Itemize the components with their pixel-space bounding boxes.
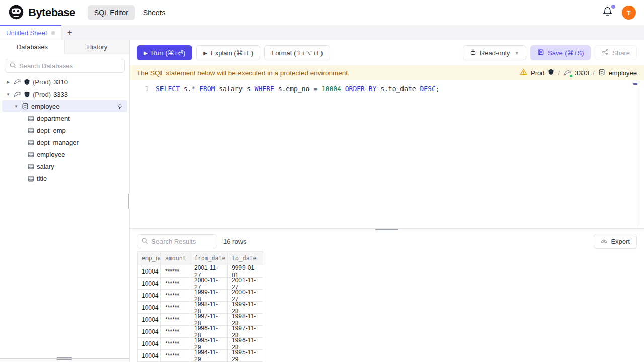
avatar[interactable]: T (622, 6, 636, 20)
brand[interactable]: Bytebase (8, 4, 75, 22)
nav-sheets[interactable]: Sheets (137, 5, 172, 20)
unsaved-indicator (51, 31, 55, 35)
result-cell: 2001-11-27 (190, 265, 228, 277)
result-cell: 2001-11-27 (228, 278, 263, 289)
table-icon (28, 127, 34, 134)
instance-label[interactable]: 3333 (575, 69, 589, 77)
tab-history[interactable]: History (65, 40, 129, 54)
panel-divider[interactable] (130, 228, 644, 231)
bytebase-logo-icon (8, 4, 24, 22)
readonly-mode-button[interactable]: Read-only ▼ (463, 45, 526, 60)
sidebar-database-employee[interactable]: ▼ employee (2, 100, 127, 112)
caret-expanded-icon[interactable]: ▼ (13, 104, 19, 109)
result-row[interactable]: 10004******2000-11-272001-11-27 (137, 278, 263, 290)
nav-sql-editor[interactable]: SQL Editor (88, 5, 135, 20)
save-button[interactable]: Save (⌘+S) (530, 45, 591, 60)
result-cell: 10004 (137, 338, 161, 349)
result-cell: 10004 (137, 350, 161, 361)
explain-button[interactable]: ▶ Explain (⌘+E) (196, 45, 260, 60)
column-header-from_date[interactable]: from_date (190, 252, 228, 265)
result-row[interactable]: 10004******1998-11-281999-11-28 (137, 302, 263, 314)
result-row[interactable]: 10004******1996-11-281997-11-28 (137, 326, 263, 338)
run-button[interactable]: ▶ Run (⌘+⏎) (137, 45, 192, 60)
sidebar-table-employee[interactable]: employee (0, 148, 129, 160)
column-header-amount[interactable]: amount (161, 252, 190, 265)
result-cell: 1995-11-29 (228, 350, 263, 361)
lightning-icon[interactable] (117, 103, 123, 110)
tab-untitled-sheet[interactable]: Untitled Sheet (0, 25, 61, 40)
environment-shield-icon (548, 69, 554, 77)
result-row[interactable]: 10004******2001-11-279999-01-01 (137, 265, 263, 278)
overview-ruler[interactable] (638, 80, 638, 228)
result-cell: 1998-11-28 (190, 302, 228, 313)
caret-collapsed-icon[interactable]: ▶ (5, 80, 11, 84)
environment-shield-icon (24, 79, 30, 85)
sql-statement[interactable]: SELECT s.* FROM salary s WHERE s.emp_no … (149, 84, 440, 94)
mysql-icon (14, 78, 21, 86)
database-label[interactable]: employee (609, 69, 637, 77)
column-header-emp_no[interactable]: emp_no (137, 252, 161, 265)
instance-env-label: (Prod) (33, 78, 51, 86)
result-row[interactable]: 10004******1994-11-291995-11-29 (137, 350, 263, 362)
notifications-button[interactable] (600, 5, 615, 21)
app: Bytebase SQL Editor Sheets T Untitled Sh… (0, 0, 644, 362)
sidebar-table-dept_emp[interactable]: dept_emp (0, 124, 129, 136)
warning-triangle-icon (520, 68, 527, 77)
table-name: dept_manager (37, 139, 79, 146)
results-search[interactable] (137, 234, 217, 248)
tab-databases[interactable]: Databases (0, 40, 65, 54)
bell-icon (602, 11, 613, 19)
table-icon (28, 139, 34, 146)
format-button[interactable]: Format (⇧+⌥+F) (264, 45, 330, 60)
database-icon (22, 103, 29, 110)
result-cell: ****** (161, 326, 190, 337)
sidebar-table-salary[interactable]: salary (0, 160, 129, 172)
result-cell: 1999-11-28 (190, 290, 228, 301)
sql-editor[interactable]: 1 SELECT s.* FROM salary s WHERE s.emp_n… (130, 80, 644, 228)
table-icon (28, 151, 34, 158)
result-cell: 10004 (137, 265, 161, 277)
database-name: employee (31, 103, 59, 110)
result-cell: 10004 (137, 290, 161, 301)
caret-expanded-icon[interactable]: ▼ (5, 92, 11, 97)
sidebar-table-title[interactable]: title (0, 172, 129, 185)
result-row[interactable]: 10004******1999-11-282000-11-27 (137, 290, 263, 302)
column-header-to_date[interactable]: to_date (228, 252, 263, 265)
sidebar-table-department[interactable]: department (0, 112, 129, 124)
share-label: Share (612, 49, 630, 57)
save-icon (537, 49, 544, 57)
table-name: dept_emp (37, 127, 66, 134)
result-cell: ****** (161, 265, 190, 277)
environment-shield-icon (24, 91, 30, 98)
instance-env-label: (Prod) (33, 90, 51, 98)
notification-badge (611, 5, 615, 9)
result-cell: 1996-11-28 (228, 338, 263, 349)
database-search[interactable] (5, 59, 125, 73)
table-list: departmentdept_empdept_manageremployeesa… (0, 112, 129, 185)
table-name: department (37, 115, 70, 122)
environment-label[interactable]: Prod (531, 69, 544, 77)
result-cell: 10004 (137, 314, 161, 325)
code-line[interactable]: 1 SELECT s.* FROM salary s WHERE s.emp_n… (130, 80, 644, 94)
result-row[interactable]: 10004******1995-11-291996-11-28 (137, 338, 263, 350)
brand-name: Bytebase (28, 6, 75, 19)
format-label: Format (⇧+⌥+F) (271, 49, 323, 57)
export-button[interactable]: Export (594, 234, 637, 249)
result-cell: ****** (161, 302, 190, 313)
chevron-down-icon: ▼ (514, 50, 519, 56)
play-icon: ▶ (203, 50, 207, 56)
add-sheet-button[interactable]: + (61, 25, 78, 40)
save-label: Save (⌘+S) (548, 49, 584, 57)
export-label: Export (611, 238, 630, 245)
sidebar-instance-3310[interactable]: ▶ (Prod) 3310 (0, 76, 129, 88)
database-search-input[interactable] (19, 62, 120, 70)
sidebar-instance-3333[interactable]: ▼ (Prod) 3333 (0, 88, 129, 100)
readonly-label: Read-only (480, 49, 510, 57)
sidebar-bottom-resize-handle[interactable] (57, 357, 72, 360)
sidebar-table-dept_manager[interactable]: dept_manager (0, 136, 129, 148)
share-button[interactable]: Share (595, 45, 637, 60)
result-cell: 1994-11-29 (190, 350, 228, 361)
result-row[interactable]: 10004******1997-11-281998-11-28 (137, 314, 263, 326)
mysql-icon (564, 69, 571, 77)
results-resize-handle[interactable] (375, 229, 398, 231)
